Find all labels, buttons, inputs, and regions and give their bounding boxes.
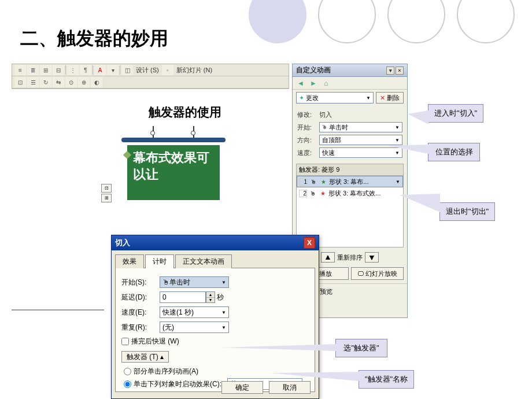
toolbar-icon[interactable]: ⇆: [53, 77, 64, 87]
office-toolbar: ≡ ≣ ⊞ ⊟ ⋮ ¶ A ▾ ◫ 设计 (S) ▫ 新幻灯片 (N) ⊡ ☰ …: [12, 64, 289, 89]
callout-trigger-name: "触发器"名称: [359, 370, 414, 389]
toolbar-icon[interactable]: ≡: [14, 65, 26, 75]
dlg-delay-input[interactable]: 0: [160, 291, 206, 303]
start-label: 开始:: [297, 123, 319, 132]
callout-exit: 退出时"切出": [439, 202, 495, 221]
dlg-delay-spinner[interactable]: ▲▼: [206, 291, 215, 303]
animation-item[interactable]: 1 🖱 ★ 形状 3: 幕布... ▼: [297, 176, 403, 187]
modify-value: 切入: [319, 110, 402, 119]
change-effect-dropdown[interactable]: ✦ 更改 ▼: [296, 92, 374, 104]
dialog-title: 切入: [115, 238, 130, 248]
exit-icon: ★: [319, 189, 327, 197]
direction-label: 方向:: [297, 136, 319, 145]
deco-circle: [249, 0, 306, 43]
radio-sequence-label: 部分单击序列动画(A): [134, 367, 198, 376]
dlg-repeat-label: 重复(R):: [121, 323, 160, 332]
toolbar-icon[interactable]: ◐: [91, 77, 102, 87]
pane-title: 自定义动画: [296, 65, 331, 75]
toolbar-icon[interactable]: ≣: [27, 65, 39, 75]
radio-click-label: 单击下列对象时启动效果(C):: [134, 379, 221, 389]
pane-dropdown-icon[interactable]: ▾: [386, 66, 394, 75]
font-color-icon[interactable]: A: [94, 65, 106, 75]
dlg-speed-label: 速度(E):: [121, 308, 160, 317]
callout-entrance: 进入时"切入": [428, 104, 483, 123]
toolbar-icon[interactable]: ⊙: [65, 77, 77, 87]
callout-position: 位置的选择: [428, 143, 480, 161]
direction-select[interactable]: 自顶部▼: [319, 135, 402, 145]
placeholder-icon[interactable]: ⊞: [101, 194, 112, 202]
toolbar-icon[interactable]: ¶: [80, 65, 91, 75]
toolbar-icon[interactable]: ⊡: [14, 77, 26, 87]
deco-circle: [457, 0, 515, 43]
radio-click-object[interactable]: [124, 380, 131, 388]
slide-title: 二、触发器的妙用: [20, 26, 168, 51]
tab-effect[interactable]: 效果: [115, 254, 144, 268]
tab-text-animation[interactable]: 正文文本动画: [175, 254, 232, 268]
toolbar-icon[interactable]: ⊞: [40, 65, 51, 75]
slide-edge: [12, 309, 104, 311]
reorder-label: 重新排序: [337, 253, 363, 262]
dlg-speed-select[interactable]: 快速(1 秒)▼: [160, 306, 229, 318]
banner-shape[interactable]: 幕布式效果可以让: [121, 138, 223, 200]
dialog-close-button[interactable]: X: [304, 237, 315, 249]
mouse-icon: 🖱: [309, 189, 317, 197]
toolbar-icon[interactable]: ⋮: [67, 65, 79, 75]
modify-label: 修改:: [297, 110, 319, 119]
deco-circle: [318, 0, 376, 43]
mouse-icon: 🖱: [309, 178, 317, 186]
toolbar-icon[interactable]: ⊕: [78, 77, 90, 87]
toolbar-icon[interactable]: ↻: [40, 77, 51, 87]
dlg-start-select[interactable]: 🖱 单击时▼: [160, 276, 229, 288]
trigger-header: 触发器: 菱形 9: [297, 164, 403, 176]
reorder-down-button[interactable]: ⯆: [365, 252, 379, 263]
remove-button[interactable]: ✕ 删除: [376, 92, 404, 104]
collapse-icon: ▴: [160, 353, 164, 361]
dlg-start-label: 开始(S):: [121, 278, 160, 287]
toolbar-icon[interactable]: ⊟: [53, 65, 64, 75]
tab-timing[interactable]: 计时: [145, 254, 174, 268]
deco-circle: [387, 0, 445, 43]
rewind-checkbox[interactable]: [121, 338, 129, 345]
placeholder-icon[interactable]: ⊡: [101, 184, 112, 193]
dropdown-arrow-icon[interactable]: ▾: [107, 65, 119, 75]
radio-sequence[interactable]: [124, 368, 131, 375]
content-heading: 触发器的使用: [98, 104, 272, 120]
nav-forward-icon[interactable]: ►: [308, 78, 319, 88]
triggers-button[interactable]: 触发器 (T) ▴: [121, 351, 169, 363]
animation-item[interactable]: 2 🖱 ★ 形状 3: 幕布式效...: [297, 187, 403, 199]
dlg-delay-label: 延迟(D):: [121, 293, 160, 302]
pane-close-icon[interactable]: ×: [396, 66, 404, 75]
speed-label: 速度:: [297, 149, 319, 157]
start-select[interactable]: 🖱 单击时▼: [319, 122, 402, 132]
rewind-label: 播完后快退 (W): [131, 337, 179, 346]
banner-text: 幕布式效果可以让: [133, 150, 209, 182]
new-slide-label[interactable]: 新幻灯片 (N): [175, 66, 214, 75]
ok-button[interactable]: 确定: [221, 381, 263, 394]
dlg-repeat-select[interactable]: (无)▼: [160, 322, 229, 333]
dlg-delay-unit: 秒: [217, 293, 224, 302]
callout-select-trigger: 选"触发器": [335, 339, 387, 357]
new-slide-icon[interactable]: ▫: [162, 65, 173, 75]
design-icon[interactable]: ◫: [121, 65, 133, 75]
cancel-button[interactable]: 取消: [269, 381, 311, 394]
entrance-icon: ★: [319, 178, 327, 186]
toolbar-icon[interactable]: ☰: [27, 77, 39, 87]
design-label[interactable]: 设计 (S): [134, 66, 161, 75]
reorder-up-button[interactable]: ⯅: [321, 252, 335, 263]
nav-home-icon[interactable]: ⌂: [320, 78, 332, 88]
slideshow-button[interactable]: 🖵 幻灯片放映: [351, 267, 404, 280]
nav-back-icon[interactable]: ◄: [295, 78, 306, 88]
